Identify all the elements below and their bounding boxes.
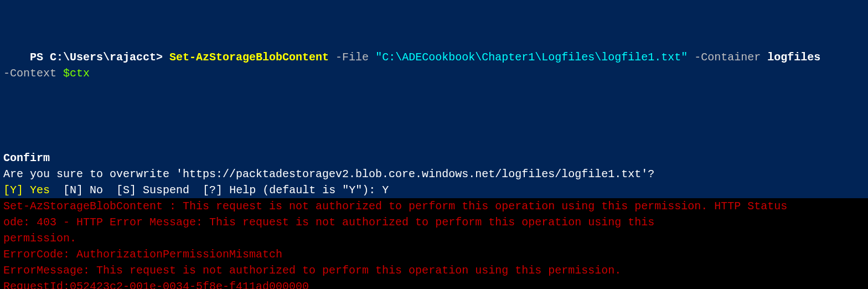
yes-key[interactable]: [Y] [3, 184, 23, 197]
yes-label: Yes [23, 184, 63, 197]
error-line-4: ErrorCode: AuthorizationPermissionMismat… [3, 248, 282, 261]
error-line-6: RequestId:052423c2-001e-0034-5f8e-f411ad… [3, 280, 309, 289]
help-key[interactable]: [?] [203, 184, 223, 197]
context-var: $ctx [63, 67, 90, 80]
container-param: -Container [688, 51, 767, 64]
confirm-title: Confirm [3, 152, 50, 164]
error-output: Set-AzStorageBlobContent : This request … [0, 198, 868, 289]
suspend-label: Suspend [136, 184, 203, 197]
context-param: -Context [3, 67, 63, 80]
file-param: -File [329, 51, 375, 64]
help-label: Help (default is "Y"): Y [223, 184, 389, 197]
powershell-terminal[interactable]: PS C:\Users\rajacct> Set-AzStorageBlobCo… [0, 0, 868, 289]
error-line-5: ErrorMessage: This request is not author… [3, 264, 621, 277]
confirm-question: Are you sure to overwrite 'https://packt… [3, 168, 654, 180]
confirm-prompt: Confirm Are you sure to overwrite 'https… [0, 134, 868, 198]
error-line-1: Set-AzStorageBlobContent : This request … [3, 200, 787, 213]
error-line-2: ode: 403 - HTTP Error Message: This requ… [3, 216, 654, 229]
suspend-key[interactable]: [S] [116, 184, 136, 197]
no-label: No [83, 184, 116, 197]
container-value: logfiles [767, 51, 820, 64]
cmdlet-name: Set-AzStorageBlobContent [169, 51, 329, 64]
file-path: "C:\ADECookbook\Chapter1\Logfiles\logfil… [375, 51, 688, 64]
no-key[interactable]: [N] [63, 184, 83, 197]
command-line: PS C:\Users\rajacct> Set-AzStorageBlobCo… [0, 32, 868, 102]
ps-prompt: PS C:\Users\rajacct> [30, 51, 169, 64]
error-line-3: permission. [3, 232, 76, 245]
